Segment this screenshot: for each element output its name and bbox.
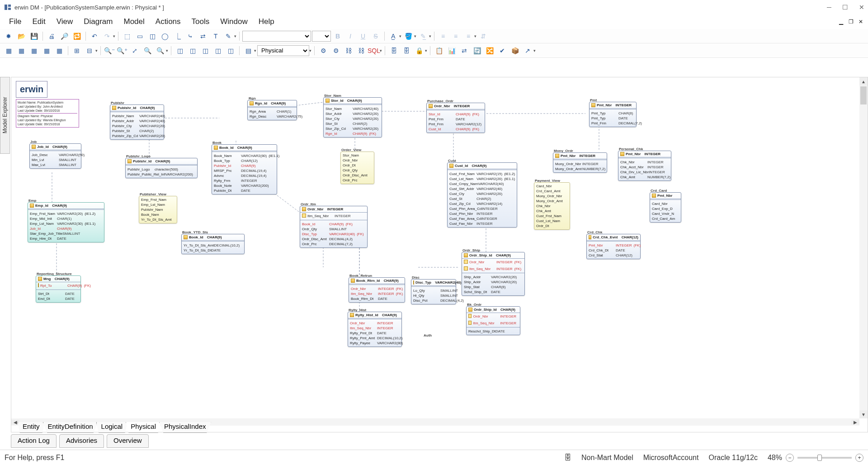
panel-3-icon[interactable]: ◫ <box>199 45 211 57</box>
align-left-icon[interactable]: ≡ <box>437 30 449 42</box>
menu-file[interactable]: File <box>4 15 27 28</box>
underline-icon[interactable]: U <box>357 30 369 42</box>
view-tool-icon[interactable]: ◫ <box>146 30 158 42</box>
entity-pmt[interactable]: Pmt_Nbr INTEGERPmt_TypCHAR(8)Pmt_TypDATE… <box>589 102 637 127</box>
view-mode-combo[interactable]: Physical <box>257 45 309 56</box>
zoom-in-icon[interactable]: 🔍⁺ <box>116 45 128 57</box>
fill-color-icon[interactable]: 🪣 <box>402 30 414 42</box>
panel-5-icon[interactable]: ◫ <box>225 45 236 57</box>
replace-icon[interactable]: 🔁 <box>71 30 83 42</box>
zoom-100-icon[interactable]: 🔍 <box>142 45 153 57</box>
entity-bk-ordr[interactable]: Ordr_Ship_Id CHAR(9)Ordr_NbrINTEGERItm_S… <box>466 306 520 335</box>
layout-icon-5[interactable]: ▦ <box>53 45 65 57</box>
entity-crd-card[interactable]: Pmt_Nbr Card_NbrCard_Exp_DCard_Vndr_NCrd… <box>650 192 681 223</box>
bulk-icon[interactable]: 📦 <box>509 45 521 57</box>
entity-publshr-logo[interactable]: Publshr_Id CHAR(9)Publshr_Logocharacter(… <box>125 158 198 178</box>
entity-publshr[interactable]: Publshr_Id CHAR(9)Publshr_NamVARCHAR2(40… <box>110 104 164 140</box>
line-color-icon[interactable]: ✎̲ <box>417 30 429 42</box>
menu-view[interactable]: View <box>51 15 79 28</box>
group-icon[interactable]: ⊞ <box>71 45 83 57</box>
entity-book-retrun[interactable]: Book_Rtrn_Id CHAR(9)Ordr_NbrINTEGER(FK)I… <box>349 277 405 303</box>
layout-icon-3[interactable]: ▦ <box>28 45 40 57</box>
drawing-tool-icon[interactable]: ✎ <box>222 30 234 42</box>
annotation-tool-icon[interactable]: T <box>210 30 222 42</box>
validate-icon[interactable]: ✔ <box>496 45 508 57</box>
tab-entitydefinition[interactable]: EntityDefinition <box>43 422 98 433</box>
font-size-combo[interactable] <box>312 31 331 42</box>
print-icon[interactable]: 🖨 <box>46 30 57 42</box>
entity-rylty-hist[interactable]: Rylty_Hist_Id CHAR(9)Ordr_NbrINTEGERItm_… <box>348 312 402 347</box>
entity-purchase-ordr[interactable]: Ordr_Nbr INTEGERStor_IdCHAR(9)(FK)Pmt_Fr… <box>426 103 485 133</box>
nonidentifying-rel-icon[interactable]: ⤷ <box>184 30 196 42</box>
zoom-in-button[interactable]: + <box>855 454 863 462</box>
sync-icon[interactable]: 🔄 <box>471 45 483 57</box>
select-tool-icon[interactable]: ⬚ <box>121 30 133 42</box>
tab-entity[interactable]: Entity <box>18 422 45 433</box>
engine-icon-5[interactable]: SQL <box>368 45 380 57</box>
copy-icon[interactable]: 📋 <box>433 45 445 57</box>
panel-4-icon[interactable]: ◫ <box>212 45 224 57</box>
entity-reporting[interactable]: Mng CHAR(9)Rpt_ToCHAR(9)(FK)Strt_DtDATEE… <box>36 275 81 303</box>
scroll-thumb[interactable] <box>860 86 867 104</box>
zoom-out-button[interactable]: − <box>786 454 794 462</box>
menu-edit[interactable]: Edit <box>27 15 51 28</box>
menu-help[interactable]: Help <box>253 15 280 28</box>
vertical-scrollbar[interactable]: ▲ ▼ <box>859 77 868 418</box>
mart-icon-2[interactable]: 🗄 <box>401 45 412 57</box>
layout-icon-4[interactable]: ▦ <box>41 45 52 57</box>
italic-icon[interactable]: I <box>344 30 356 42</box>
mart-icon-3[interactable]: 🔒 <box>413 45 425 57</box>
tab-overview[interactable]: Overview <box>107 434 149 448</box>
report-icon[interactable]: 📊 <box>446 45 458 57</box>
entity-mony-ordr[interactable]: Pmt_Nbr INTEGERMony_Ordr_NbrINTEGERMony_… <box>553 152 607 173</box>
zoom-select-icon[interactable]: 🔍 <box>154 45 166 57</box>
redo-icon[interactable]: ↷ <box>101 30 113 42</box>
save-icon[interactable]: 💾 <box>28 30 40 42</box>
menu-model[interactable]: Model <box>118 15 150 28</box>
engine-icon-4[interactable]: ⛓ <box>355 45 367 57</box>
menu-window[interactable]: Window <box>215 15 253 28</box>
entity-publisher-view[interactable]: Emp_Frst_NamEmp_Lst_NamPublshr_NamBook_N… <box>139 196 177 223</box>
display-level-icon[interactable]: ▤ <box>242 45 254 57</box>
align-right-icon[interactable]: ≡ <box>462 30 474 42</box>
undo-icon[interactable]: ↶ <box>89 30 100 42</box>
tab-physicalindex[interactable]: PhysicalIndex <box>159 422 211 433</box>
mart-icon-1[interactable]: 🗄 <box>388 45 400 57</box>
entity-rgn[interactable]: Rgn_Id CHAR(9)Rgn_AreaCHAR(1)Rgn_DescVAR… <box>247 100 297 120</box>
panel-1-icon[interactable]: ◫ <box>174 45 186 57</box>
entity-stor-nam[interactable]: Stor_Id CHAR(9)Stor_NamVARCHAR2(40)Stor_… <box>323 97 382 138</box>
font-combo[interactable] <box>242 31 311 42</box>
entity-crd-chk[interactable]: Crd_Chk_Evnt CHAR(12)Pmt_NbrINTEGER(FK)C… <box>586 234 641 259</box>
align-center-icon[interactable]: ≡ <box>450 30 462 42</box>
engine-icon-2[interactable]: ⚙ <box>330 45 342 57</box>
entity-emp[interactable]: Emp_Id CHAR(9)Emp_Frst_NamVARCHAR2(20)(I… <box>28 202 104 242</box>
layout-icon-1[interactable]: ▦ <box>3 45 14 57</box>
entity-job[interactable]: Job_Id CHAR(9)Job_DescVARCHAR2(50)Min_Lv… <box>29 143 81 169</box>
scroll-up-icon[interactable]: ▲ <box>859 77 868 85</box>
zoom-slider[interactable] <box>797 457 852 459</box>
zoom-fit-icon[interactable]: ⤢ <box>129 45 141 57</box>
entity-cust[interactable]: Cust_Id CHAR(9)Cust_Frst_NamVARCHAR2(15)… <box>447 162 517 228</box>
tab-physical[interactable]: Physical <box>126 422 161 433</box>
tab-action-log[interactable]: Action Log <box>11 434 57 448</box>
new-model-icon[interactable]: ✸ <box>3 30 14 42</box>
entity-book-ytd[interactable]: Book_Id CHAR(9)Yr_To_Dt_Sls_AmtDECIMAL(1… <box>181 234 245 254</box>
identifying-rel-icon[interactable]: ⎿ <box>172 30 184 42</box>
ungroup-icon[interactable]: ⊟ <box>84 45 95 57</box>
export-icon[interactable]: ↗ <box>522 45 533 57</box>
window-close[interactable]: ✕ <box>859 4 864 11</box>
tab-advisories[interactable]: Advisories <box>59 434 104 448</box>
manytomany-rel-icon[interactable]: ⇄ <box>197 30 209 42</box>
zoom-out-icon[interactable]: 🔍⁻ <box>104 45 115 57</box>
entity-book[interactable]: Book_Id CHAR(9)Book_NamVARCHAR2(80)(IE1.… <box>212 144 277 195</box>
engine-icon-3[interactable]: ⛓ <box>343 45 354 57</box>
subtype-tool-icon[interactable]: ◯ <box>159 30 171 42</box>
menu-diagram[interactable]: Diagram <box>78 15 118 28</box>
text-vertical-icon[interactable]: ⇵ <box>477 30 489 42</box>
scroll-right-icon[interactable]: ▶ <box>851 420 859 425</box>
mdi-minimize[interactable]: ▁ <box>837 18 844 25</box>
bold-icon[interactable]: B <box>332 30 344 42</box>
entity-ordr-ship[interactable]: Ordr_Ship_Id CHAR(9)Ordr_NbrINTEGER(FK)I… <box>462 252 525 296</box>
entity-tool-icon[interactable]: ▭ <box>134 30 146 42</box>
diagram-canvas[interactable]: erwin Model Name: PublicationSystem Last… <box>11 77 859 418</box>
